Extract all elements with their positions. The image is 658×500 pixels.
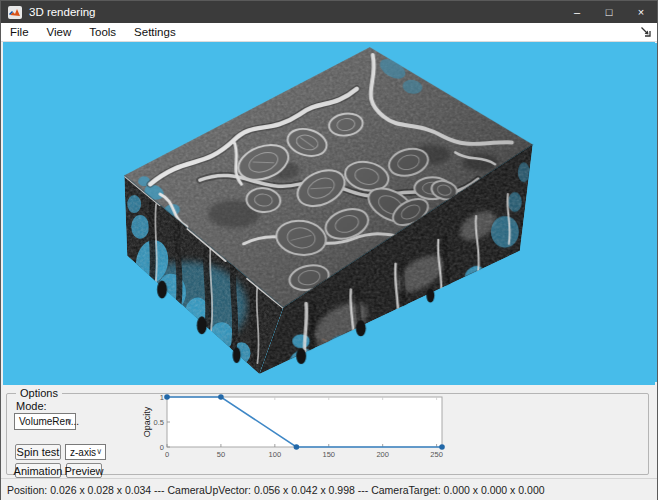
- x-tick-label: 150: [323, 450, 336, 459]
- chevron-down-icon: ∨: [96, 447, 102, 456]
- y-tick-label: 1: [160, 393, 164, 402]
- app-window: 3D rendering – □ × File View Tools Setti…: [0, 0, 658, 500]
- maximize-button[interactable]: □: [593, 1, 625, 23]
- options-groupbox-label: Options: [16, 387, 62, 399]
- opacity-control-point[interactable]: [294, 444, 300, 450]
- opacity-plot[interactable]: 05010015020025000.51Opacity: [141, 389, 456, 467]
- axis-select-value: z-axis: [70, 447, 96, 458]
- y-tick-label: 0.5: [154, 418, 164, 427]
- x-tick-label: 200: [376, 450, 389, 459]
- menu-item-settings[interactable]: Settings: [125, 24, 185, 40]
- volume-render-canvas: [3, 42, 657, 383]
- menu-bar: File View Tools Settings: [1, 23, 657, 42]
- chevron-down-icon: ∨: [66, 417, 72, 426]
- menu-item-tools[interactable]: Tools: [80, 24, 125, 40]
- opacity-control-point[interactable]: [164, 394, 170, 400]
- close-button[interactable]: ×: [625, 1, 657, 23]
- dock-figure-icon[interactable]: [640, 26, 652, 38]
- options-panel: Options Mode: VolumeRen... ∨ Spin test z…: [1, 385, 657, 478]
- minimize-button[interactable]: –: [561, 1, 593, 23]
- menu-item-view[interactable]: View: [38, 24, 81, 40]
- animation-button[interactable]: Animation: [15, 463, 61, 478]
- mode-select[interactable]: VolumeRen... ∨: [14, 413, 76, 430]
- mode-label: Mode:: [16, 400, 47, 412]
- title-bar[interactable]: 3D rendering – □ ×: [1, 1, 657, 23]
- status-bar: Position: 0.026 x 0.028 x 0.034 --- Came…: [1, 478, 657, 500]
- x-tick-label: 50: [217, 450, 225, 459]
- spin-test-button[interactable]: Spin test: [15, 444, 61, 460]
- matlab-logo-icon: [8, 6, 22, 19]
- x-tick-label: 100: [269, 450, 282, 459]
- axis-select[interactable]: z-axis ∨: [65, 444, 106, 460]
- 3d-viewport[interactable]: [1, 42, 657, 385]
- y-tick-label: 0: [160, 443, 164, 452]
- plot-area: [167, 397, 442, 447]
- preview-button[interactable]: Preview: [66, 463, 102, 478]
- menu-item-file[interactable]: File: [1, 24, 38, 40]
- opacity-control-point[interactable]: [218, 394, 224, 400]
- opacity-control-point[interactable]: [439, 444, 445, 450]
- y-axis-label: Opacity: [142, 406, 152, 437]
- x-tick-label: 250: [430, 450, 443, 459]
- x-tick-label: 0: [165, 450, 169, 459]
- camera-status-text: Position: 0.026 x 0.028 x 0.034 --- Came…: [7, 484, 545, 496]
- window-title: 3D rendering: [29, 6, 95, 18]
